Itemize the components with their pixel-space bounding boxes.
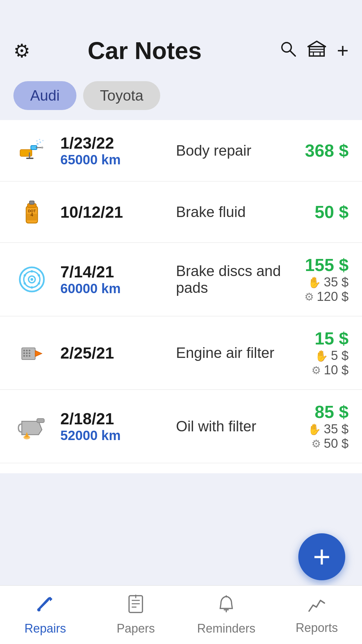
nav-label-reports: Reports: [296, 621, 338, 635]
record-meta: 2/18/21 52000 km: [60, 410, 166, 443]
record-item[interactable]: 2/25/21 Engine air filter 15 $ ✋ 5 $ ⚙ 1…: [0, 316, 362, 390]
add-header-icon[interactable]: +: [337, 41, 349, 61]
record-description: Oil with filter: [176, 418, 282, 435]
svg-point-13: [41, 147, 43, 149]
svg-point-28: [31, 278, 33, 281]
record-icon-wrap: DOT 4: [13, 194, 50, 230]
nav-label-repairs: Repairs: [24, 622, 66, 636]
svg-point-40: [26, 353, 28, 354]
records-list: 1/23/22 65000 km Body repair 368 $ DOT 4…: [0, 120, 362, 473]
record-icon-wrap: [13, 334, 50, 371]
svg-point-32: [31, 286, 33, 289]
air-filter-icon: [17, 338, 47, 368]
nav-item-reminders[interactable]: Reminders: [181, 586, 272, 644]
record-price: 15 $ ✋ 5 $ ⚙ 10 $: [282, 328, 349, 377]
svg-point-14: [37, 143, 39, 145]
record-km: 52000 km: [60, 428, 166, 443]
price-parts: ⚙ 50 $: [282, 436, 349, 451]
record-date: 7/14/21: [60, 263, 166, 281]
record-description: Engine air filter: [176, 344, 282, 361]
record-item[interactable]: 7/14/21 60000 km Brake discs and pads 15…: [0, 243, 362, 316]
price-labor: ✋ 35 $: [282, 275, 349, 289]
nav-item-repairs[interactable]: Repairs: [0, 586, 90, 644]
nav-label-reminders: Reminders: [197, 622, 255, 636]
bottom-nav: Repairs Papers Reminders: [0, 585, 362, 644]
svg-point-30: [38, 274, 40, 277]
record-date: 2/18/21: [60, 410, 166, 428]
svg-point-31: [38, 282, 40, 285]
svg-rect-3: [309, 47, 324, 56]
svg-marker-2: [308, 41, 325, 47]
svg-line-1: [290, 51, 295, 56]
svg-marker-46: [22, 421, 42, 435]
svg-point-50: [37, 608, 41, 611]
svg-rect-21: [29, 201, 34, 204]
record-date: 1/23/22: [60, 134, 166, 152]
svg-point-15: [40, 142, 41, 143]
labor-icon: ✋: [315, 350, 328, 362]
fab-add-button[interactable]: +: [298, 533, 345, 580]
record-meta: 2/25/21: [60, 344, 166, 362]
svg-point-36: [23, 350, 25, 352]
spray-gun-icon: [17, 136, 47, 166]
labor-icon: ✋: [308, 423, 321, 436]
tab-audi[interactable]: Audi: [13, 81, 76, 110]
reminders-icon: [218, 594, 235, 618]
svg-point-34: [24, 274, 26, 277]
record-date: 10/12/21: [60, 203, 166, 221]
labor-icon: ✋: [308, 276, 321, 289]
tab-toyota[interactable]: Toyota: [83, 81, 160, 110]
svg-point-29: [31, 270, 33, 273]
record-item[interactable]: 1/23/22 65000 km Body repair 368 $: [0, 120, 362, 181]
record-meta: 1/23/22 65000 km: [60, 134, 166, 167]
svg-point-17: [39, 139, 40, 140]
svg-point-44: [29, 355, 31, 357]
nav-item-papers[interactable]: Papers: [90, 586, 181, 644]
record-description: Body repair: [176, 142, 282, 159]
status-bar: [0, 0, 362, 17]
svg-point-37: [26, 350, 28, 352]
oil-can-icon: [17, 411, 47, 441]
nav-label-papers: Papers: [117, 622, 155, 636]
garage-icon[interactable]: [307, 40, 327, 61]
car-tabs: Audi Toyota: [0, 74, 362, 120]
record-meta: 10/12/21: [60, 203, 166, 221]
record-icon-wrap: [13, 261, 50, 298]
record-km: 60000 km: [60, 281, 166, 296]
svg-point-43: [26, 355, 28, 357]
repairs-icon: [36, 594, 55, 618]
header-actions: +: [279, 40, 349, 61]
record-icon-wrap: [13, 132, 50, 169]
svg-marker-45: [35, 351, 42, 357]
record-meta: 7/14/21 60000 km: [60, 263, 166, 296]
app-title: Car Notes: [10, 37, 279, 64]
record-description: Brake fluid: [176, 204, 282, 220]
brake-disc-icon: [17, 264, 47, 294]
price-total: 85 $: [282, 402, 349, 422]
parts-icon: ⚙: [311, 364, 321, 377]
price-parts: ⚙ 120 $: [282, 289, 349, 304]
price-labor: ✋ 5 $: [282, 348, 349, 363]
price-total: 50 $: [282, 202, 349, 222]
nav-item-reports[interactable]: Reports: [272, 586, 362, 644]
record-price: 50 $: [282, 202, 349, 222]
header: ⚙ Car Notes +: [0, 17, 362, 74]
reports-icon: [307, 595, 326, 618]
price-total: 368 $: [282, 141, 349, 161]
record-item[interactable]: DOT 4 10/12/21 Brake fluid 50 $: [0, 181, 362, 243]
svg-point-18: [36, 140, 38, 142]
parts-icon: ⚙: [311, 437, 321, 450]
record-item[interactable]: 2/18/21 52000 km Oil with filter 85 $ ✋ …: [0, 390, 362, 463]
svg-text:4: 4: [31, 212, 33, 217]
svg-point-39: [23, 353, 25, 354]
svg-point-16: [42, 140, 44, 141]
parts-icon: ⚙: [304, 290, 314, 303]
record-price: 85 $ ✋ 35 $ ⚙ 50 $: [282, 402, 349, 451]
record-date: 2/25/21: [60, 344, 166, 362]
papers-icon: [127, 594, 144, 618]
svg-point-42: [23, 355, 25, 357]
search-icon[interactable]: [279, 40, 297, 61]
record-km: 65000 km: [60, 152, 166, 167]
svg-point-38: [29, 350, 31, 352]
record-price: 155 $ ✋ 35 $ ⚙ 120 $: [282, 255, 349, 304]
